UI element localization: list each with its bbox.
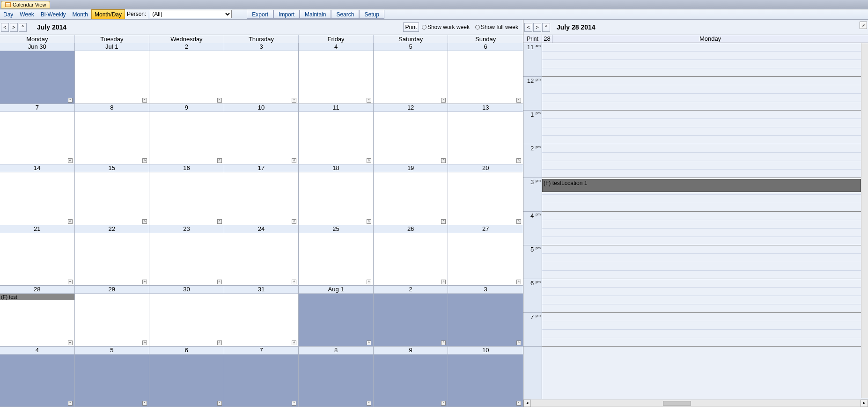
day-cell[interactable]: 21^ — [0, 225, 75, 286]
day-number[interactable]: 15 — [75, 164, 149, 172]
day-cell[interactable]: 26^ — [374, 225, 449, 286]
expand-toggle-icon[interactable]: ^ — [367, 401, 371, 406]
time-slot[interactable] — [542, 85, 868, 94]
day-number[interactable]: 12 — [374, 104, 448, 112]
expand-toggle-icon[interactable]: ^ — [292, 401, 296, 406]
month-up-button[interactable]: ^ — [19, 23, 27, 32]
time-slot[interactable] — [542, 321, 868, 330]
month-prev-button[interactable]: < — [1, 23, 9, 32]
expand-toggle-icon[interactable]: ^ — [217, 219, 222, 224]
day-body[interactable]: ^ — [0, 355, 74, 407]
day-cell[interactable]: 10^ — [448, 347, 523, 407]
day-cell[interactable]: 23^ — [149, 225, 224, 286]
day-body[interactable]: ^ — [149, 112, 224, 164]
day-number[interactable]: 3 — [224, 43, 299, 51]
day-body[interactable]: ^ — [374, 51, 448, 104]
time-slot[interactable] — [542, 229, 868, 237]
day-cell[interactable]: 5^ — [75, 347, 150, 407]
day-number[interactable]: 30 — [149, 286, 224, 294]
time-slot[interactable] — [542, 262, 868, 271]
day-number[interactable]: 7 — [0, 104, 74, 112]
day-cell[interactable]: 4^ — [0, 347, 75, 407]
day-cell[interactable]: 24^ — [224, 225, 299, 286]
expand-toggle-icon[interactable]: ^ — [441, 98, 446, 103]
day-body[interactable]: ^ — [299, 112, 373, 164]
day-cell[interactable]: 25^ — [299, 225, 374, 286]
day-cell[interactable]: 17^ — [224, 164, 299, 225]
search-button[interactable]: Search — [331, 10, 359, 19]
expand-toggle-icon[interactable]: ^ — [441, 340, 446, 345]
expand-toggle-icon[interactable]: ^ — [367, 98, 371, 103]
day-cell[interactable]: Aug 1^ — [299, 286, 374, 346]
day-number[interactable]: Jun 30 — [0, 43, 74, 51]
day-prev-button[interactable]: < — [524, 23, 532, 32]
time-slot[interactable] — [542, 195, 868, 203]
expand-toggle-icon[interactable]: ^ — [292, 98, 296, 103]
maintain-button[interactable]: Maintain — [300, 10, 331, 19]
time-slot[interactable] — [542, 102, 868, 111]
day-body[interactable]: ^ — [0, 233, 74, 286]
day-number[interactable]: 19 — [374, 164, 448, 172]
day-body[interactable]: ^ — [149, 172, 224, 225]
expand-toggle-icon[interactable]: ^ — [142, 280, 147, 284]
horizontal-scrollbar[interactable]: ◄ ► — [523, 399, 868, 407]
day-cell[interactable]: 3^ — [224, 43, 299, 104]
day-cell[interactable]: 2^ — [374, 286, 449, 346]
expand-toggle-icon[interactable]: ^ — [217, 280, 222, 284]
day-number[interactable]: 16 — [149, 164, 224, 172]
expand-toggle-icon[interactable]: ^ — [68, 158, 73, 163]
expand-toggle-icon[interactable]: ^ — [217, 401, 222, 406]
day-cell[interactable]: 3^ — [448, 286, 523, 346]
time-slot[interactable] — [542, 313, 868, 321]
day-number[interactable]: 31 — [224, 286, 299, 294]
export-button[interactable]: Export — [247, 10, 273, 19]
day-cell[interactable]: 6^ — [149, 347, 224, 407]
day-number[interactable]: 10 — [224, 104, 299, 112]
time-slot[interactable] — [542, 153, 868, 161]
day-number[interactable]: Aug 1 — [299, 286, 373, 294]
full-week-radio[interactable]: Show full week — [475, 24, 518, 30]
day-number[interactable]: 7 — [224, 347, 299, 355]
day-body[interactable]: ^ — [75, 355, 149, 407]
day-cell[interactable]: 15^ — [75, 164, 150, 225]
day-body[interactable]: ^ — [75, 112, 149, 164]
day-cell[interactable]: 9^ — [149, 104, 224, 164]
day-cell[interactable]: 5^ — [374, 43, 449, 104]
time-slot[interactable] — [542, 60, 868, 68]
day-body[interactable]: ^ — [75, 294, 149, 346]
day-number[interactable]: 29 — [75, 286, 149, 294]
time-slot[interactable] — [542, 127, 868, 136]
expand-toggle-icon[interactable]: ^ — [516, 158, 521, 163]
day-cell[interactable]: Jul 1^ — [75, 43, 150, 104]
import-button[interactable]: Import — [273, 10, 300, 19]
time-slot[interactable] — [542, 304, 868, 313]
day-cell[interactable]: 7^ — [0, 104, 75, 164]
time-slot[interactable] — [542, 330, 868, 338]
expand-toggle-icon[interactable]: ^ — [217, 158, 222, 163]
expand-toggle-icon[interactable]: ^ — [68, 401, 73, 406]
expand-toggle-icon[interactable]: ^ — [142, 219, 147, 224]
time-slot[interactable] — [542, 203, 868, 212]
day-body[interactable]: ^ — [224, 355, 299, 407]
day-body[interactable]: ^ — [374, 355, 448, 407]
day-cell[interactable]: 28(F) test^ — [0, 286, 75, 346]
day-body[interactable]: ^ — [448, 51, 523, 104]
day-body[interactable]: ^ — [448, 112, 523, 164]
time-slot[interactable] — [542, 144, 868, 153]
day-number[interactable]: 10 — [448, 347, 523, 355]
day-number[interactable]: 4 — [299, 43, 373, 51]
view-week-button[interactable]: Week — [16, 9, 37, 19]
setup-button[interactable]: Setup — [359, 10, 384, 19]
expand-toggle-icon[interactable]: ^ — [367, 340, 371, 345]
day-body[interactable]: ^ — [299, 233, 373, 286]
month-event[interactable]: (F) test — [0, 294, 74, 300]
day-body[interactable]: ^ — [448, 355, 523, 407]
time-slot[interactable] — [542, 279, 868, 288]
day-body[interactable]: ^ — [374, 294, 448, 346]
day-number[interactable]: 18 — [299, 164, 373, 172]
day-cell[interactable]: 7^ — [224, 347, 299, 407]
scroll-thumb[interactable] — [663, 401, 691, 406]
work-week-radio[interactable]: Show work week — [422, 24, 470, 30]
time-slot[interactable] — [542, 111, 868, 119]
day-cell[interactable]: 18^ — [299, 164, 374, 225]
